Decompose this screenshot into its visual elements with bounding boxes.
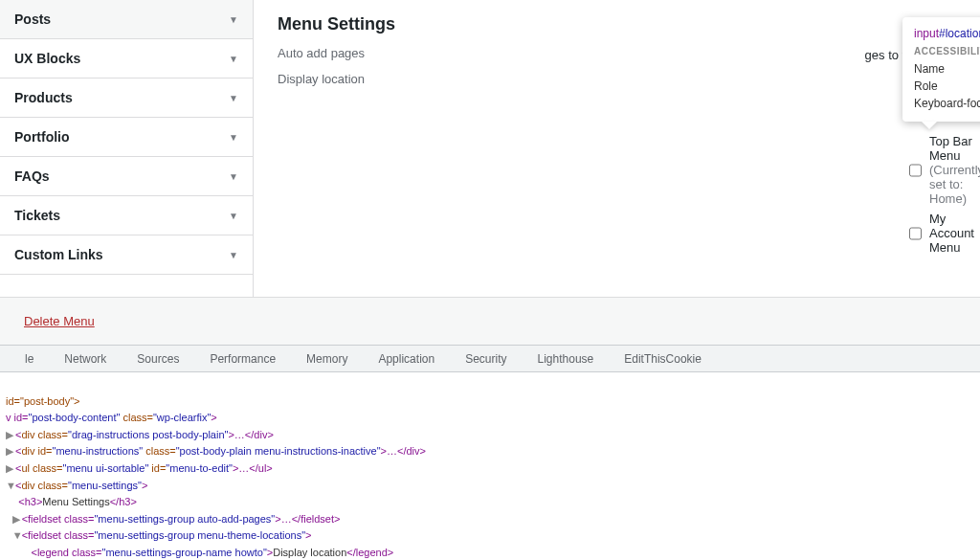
sidebar-item-posts[interactable]: Posts▼	[0, 0, 253, 39]
caret-icon: ▼	[229, 14, 238, 25]
devtools-tab[interactable]: Lighthouse	[523, 352, 610, 366]
devtools-tab[interactable]: Performance	[194, 352, 291, 366]
devtools-panel: le Network Sources Performance Memory Ap…	[0, 345, 980, 560]
delete-menu-link[interactable]: Delete Menu	[24, 314, 95, 328]
display-location-label: Display location	[278, 72, 956, 86]
devtools-tab[interactable]: Sources	[122, 352, 194, 366]
menu-footer-bar: Delete Menu	[0, 297, 980, 345]
tooltip-selector: #locations-top_bar_nav	[939, 27, 980, 40]
top-bar-menu-label: Top Bar Menu (Currently set to: Home)	[929, 134, 980, 206]
auto-add-pages-label: Auto add pages	[278, 46, 956, 60]
sidebar-item-customlinks[interactable]: Custom Links▼	[0, 235, 253, 275]
devtools-tab[interactable]: Memory	[291, 352, 363, 366]
sidebar-item-faqs[interactable]: FAQs▼	[0, 157, 253, 196]
devtools-tab[interactable]: Application	[363, 352, 450, 366]
top-bar-menu-checkbox[interactable]	[909, 163, 922, 178]
display-location-checkboxes: Top Bar Menu (Currently set to: Home) My…	[909, 134, 980, 260]
caret-icon: ▼	[229, 171, 238, 182]
caret-icon: ▼	[229, 54, 238, 64]
caret-icon: ▼	[229, 93, 238, 103]
my-account-menu-checkbox[interactable]	[909, 226, 922, 241]
caret-icon: ▼	[229, 250, 238, 260]
sidebar-item-products[interactable]: Products▼	[0, 78, 253, 118]
location-my-account-menu[interactable]: My Account Menu	[909, 212, 980, 255]
devtools-tab[interactable]: Security	[450, 352, 522, 366]
caret-icon: ▼	[229, 211, 238, 221]
devtools-inspector-tooltip: input#locations-top_bar_nav 16 × 16 Acce…	[902, 17, 980, 122]
admin-sidebar: Posts▼ UX Blocks▼ Products▼ Portfolio▼ F…	[0, 0, 254, 297]
my-account-menu-label: My Account Menu	[929, 212, 980, 255]
devtools-tab[interactable]: le	[10, 352, 49, 366]
tooltip-section-label: Accessibility	[914, 46, 980, 56]
menu-settings-heading: Menu Settings	[278, 14, 956, 34]
devtools-tabs: le Network Sources Performance Memory Ap…	[0, 346, 980, 372]
devtools-tab[interactable]: EditThisCookie	[609, 352, 717, 366]
menu-settings-panel: Menu Settings Auto add pages Display loc…	[254, 0, 980, 297]
caret-icon: ▼	[229, 132, 238, 143]
sidebar-item-portfolio[interactable]: Portfolio▼	[0, 118, 253, 157]
sidebar-item-tickets[interactable]: Tickets▼	[0, 196, 253, 235]
devtools-tab[interactable]: Network	[49, 352, 122, 366]
sidebar-item-uxblocks[interactable]: UX Blocks▼	[0, 39, 253, 78]
location-top-bar-menu[interactable]: Top Bar Menu (Currently set to: Home)	[909, 134, 980, 206]
devtools-dom-tree[interactable]: id="post-body"> v id="post-body-content"…	[0, 372, 980, 560]
tooltip-tagname: input	[914, 27, 939, 40]
